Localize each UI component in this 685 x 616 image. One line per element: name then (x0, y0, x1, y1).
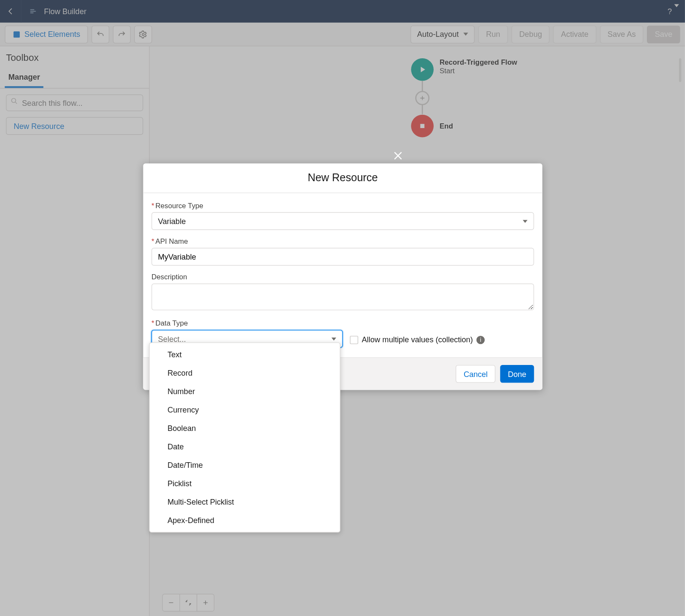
data-type-placeholder: Select... (158, 334, 186, 343)
data-type-option[interactable]: Number (150, 382, 340, 401)
allow-multiple-label: Allow multiple values (collection) (362, 335, 473, 344)
info-icon[interactable]: i (477, 335, 485, 344)
resource-type-select[interactable]: Variable (152, 212, 534, 230)
resource-type-value: Variable (158, 217, 186, 226)
data-type-listbox: TextRecordNumberCurrencyBooleanDateDate/… (149, 342, 340, 532)
chevron-down-icon (523, 220, 527, 223)
data-type-option[interactable]: Multi-Select Picklist (150, 493, 340, 511)
resource-type-label: Resource Type (152, 201, 534, 209)
data-type-label: Data Type (152, 319, 343, 327)
data-type-option[interactable]: Apex-Defined (150, 511, 340, 529)
data-type-option[interactable]: Currency (150, 401, 340, 419)
cancel-button[interactable]: Cancel (456, 365, 495, 383)
api-name-label: API Name (152, 237, 534, 245)
chevron-down-icon (331, 337, 336, 340)
data-type-option[interactable]: Record (150, 364, 340, 382)
modal-title: New Resource (153, 172, 533, 184)
data-type-option[interactable]: Date (150, 437, 340, 456)
data-type-option[interactable]: Text (150, 345, 340, 364)
done-button[interactable]: Done (500, 365, 534, 383)
data-type-option[interactable]: Date/Time (150, 456, 340, 474)
data-type-option[interactable]: Boolean (150, 419, 340, 437)
api-name-input[interactable] (152, 248, 534, 266)
data-type-option[interactable]: Picklist (150, 474, 340, 493)
description-label: Description (152, 273, 534, 281)
close-icon (392, 150, 404, 162)
modal-close-button[interactable] (390, 147, 406, 164)
allow-multiple-checkbox[interactable] (350, 335, 358, 344)
description-textarea[interactable] (152, 284, 534, 310)
